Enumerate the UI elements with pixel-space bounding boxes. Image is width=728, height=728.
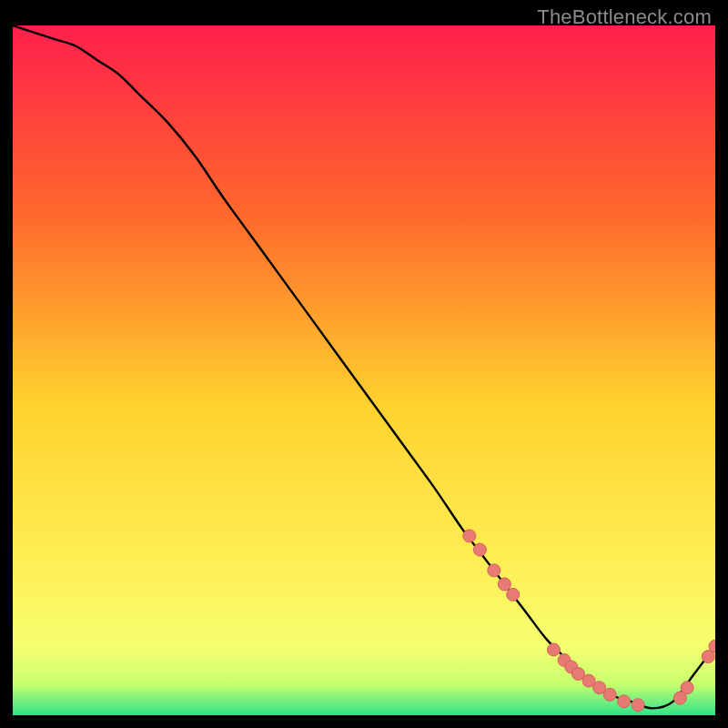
data-marker xyxy=(632,699,644,712)
data-marker xyxy=(488,564,500,577)
chart-container: { "watermark": "TheBottleneck.com", "col… xyxy=(0,0,728,728)
bottleneck-chart xyxy=(13,25,715,715)
plot-background xyxy=(13,25,715,715)
data-marker xyxy=(498,578,511,591)
data-marker xyxy=(603,688,616,701)
data-marker xyxy=(618,695,631,708)
data-marker xyxy=(547,643,560,656)
data-marker xyxy=(507,588,520,601)
data-marker xyxy=(681,682,693,694)
data-marker xyxy=(463,530,476,542)
data-marker xyxy=(473,543,486,556)
